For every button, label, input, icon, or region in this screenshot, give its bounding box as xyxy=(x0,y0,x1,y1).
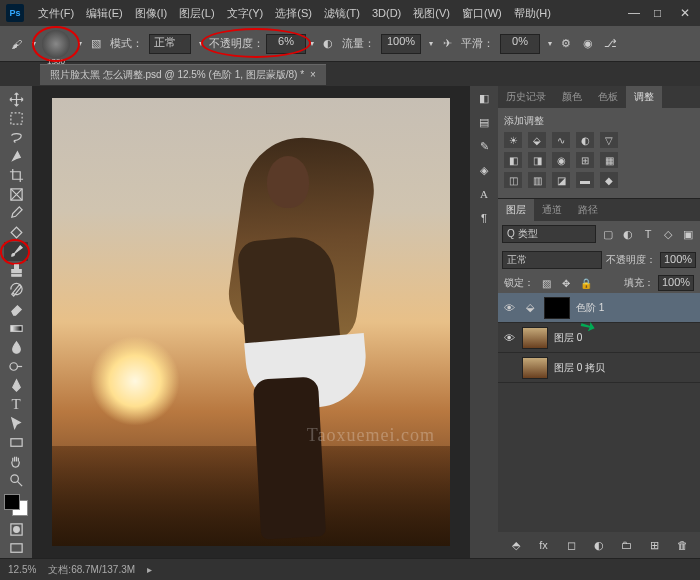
smooth-input[interactable]: 0% xyxy=(500,34,540,54)
panel-icon-type[interactable]: A xyxy=(476,186,492,202)
brush-tool[interactable] xyxy=(4,242,28,261)
quick-select-tool[interactable] xyxy=(4,147,28,166)
new-group-icon[interactable]: 🗀 xyxy=(619,537,635,553)
close-tab-icon[interactable]: × xyxy=(310,69,316,80)
adj-exposure-icon[interactable]: ◐ xyxy=(576,132,594,148)
window-close[interactable]: ✕ xyxy=(680,6,694,20)
adj-invert-icon[interactable]: ◫ xyxy=(504,172,522,188)
menu-filter[interactable]: 滤镜(T) xyxy=(318,6,366,21)
visibility-icon[interactable]: 👁 xyxy=(502,302,516,314)
window-minimize[interactable]: — xyxy=(628,6,642,20)
color-swatches[interactable] xyxy=(4,494,28,516)
adj-bw-icon[interactable]: ◨ xyxy=(528,152,546,168)
pressure-opacity-icon[interactable]: ◐ xyxy=(320,36,336,52)
panel-icon-4[interactable]: ◈ xyxy=(476,162,492,178)
pen-tool[interactable] xyxy=(4,376,28,395)
lock-position-icon[interactable]: ✥ xyxy=(558,275,574,291)
lasso-tool[interactable] xyxy=(4,128,28,147)
tool-preset-dropdown[interactable]: ▾ xyxy=(32,39,36,48)
filter-shape-icon[interactable]: ◇ xyxy=(660,226,676,242)
history-brush-tool[interactable] xyxy=(4,280,28,299)
layer-thumb[interactable] xyxy=(522,357,548,379)
pressure-size-icon[interactable]: ◉ xyxy=(580,36,596,52)
panel-icon-2[interactable]: ▤ xyxy=(476,114,492,130)
symmetry-icon[interactable]: ⎇ xyxy=(602,36,618,52)
filter-adj-icon[interactable]: ◐ xyxy=(620,226,636,242)
adj-vibrance-icon[interactable]: ▽ xyxy=(600,132,618,148)
menu-edit[interactable]: 编辑(E) xyxy=(80,6,129,21)
menu-3d[interactable]: 3D(D) xyxy=(366,7,407,19)
menu-view[interactable]: 视图(V) xyxy=(407,6,456,21)
crop-tool[interactable] xyxy=(4,166,28,185)
smooth-dropdown[interactable]: ▾ xyxy=(548,39,552,48)
menu-file[interactable]: 文件(F) xyxy=(32,6,80,21)
layer-row[interactable]: 图层 0 拷贝 xyxy=(498,353,700,383)
visibility-icon[interactable]: 👁 xyxy=(502,332,516,344)
layer-mask-thumb[interactable] xyxy=(544,297,570,319)
foreground-color-swatch[interactable] xyxy=(4,494,20,510)
panel-icon-3[interactable]: ✎ xyxy=(476,138,492,154)
panel-icon-paragraph[interactable]: ¶ xyxy=(476,210,492,226)
document-canvas[interactable]: Taoxuemei.com xyxy=(52,98,450,546)
doc-info[interactable]: 文档:68.7M/137.3M xyxy=(48,563,135,577)
adj-levels-icon[interactable]: ⬙ xyxy=(528,132,546,148)
layer-name[interactable]: 图层 0 xyxy=(554,331,582,345)
menu-type[interactable]: 文字(Y) xyxy=(221,6,270,21)
canvas-area[interactable]: Taoxuemei.com xyxy=(32,86,470,558)
tab-color[interactable]: 颜色 xyxy=(554,86,590,108)
filter-type-icon[interactable]: T xyxy=(640,226,656,242)
panel-icon-1[interactable]: ◧ xyxy=(476,90,492,106)
filter-smart-icon[interactable]: ▣ xyxy=(680,226,696,242)
chevron-down-icon[interactable]: ▾ xyxy=(199,39,203,48)
brush-picker-dropdown[interactable]: ▾ xyxy=(78,39,82,48)
layer-blend-select[interactable]: 正常 xyxy=(502,251,602,269)
filter-pixel-icon[interactable]: ▢ xyxy=(600,226,616,242)
adj-selective-color-icon[interactable]: ◆ xyxy=(600,172,618,188)
path-select-tool[interactable] xyxy=(4,414,28,433)
brush-preview[interactable] xyxy=(42,30,70,58)
tab-channels[interactable]: 通道 xyxy=(534,199,570,221)
layer-name[interactable]: 图层 0 拷贝 xyxy=(554,361,605,375)
link-layers-icon[interactable]: ⬘ xyxy=(508,537,524,553)
adj-gradient-map-icon[interactable]: ▬ xyxy=(576,172,594,188)
hand-tool[interactable] xyxy=(4,452,28,471)
window-maximize[interactable]: □ xyxy=(654,6,668,20)
layer-row[interactable]: 👁 图层 0 xyxy=(498,323,700,353)
layer-fill-input[interactable]: 100% xyxy=(658,275,694,291)
tab-layers[interactable]: 图层 xyxy=(498,199,534,221)
flow-input[interactable]: 100% xyxy=(381,34,421,54)
move-tool[interactable] xyxy=(4,90,28,109)
brush-settings-icon[interactable]: ▧ xyxy=(88,36,104,52)
adj-photo-filter-icon[interactable]: ◉ xyxy=(552,152,570,168)
gradient-tool[interactable] xyxy=(4,319,28,338)
tab-adjustments[interactable]: 调整 xyxy=(626,86,662,108)
opacity-dropdown[interactable]: ▾ xyxy=(310,39,314,48)
adj-curves-icon[interactable]: ∿ xyxy=(552,132,570,148)
layer-opacity-input[interactable]: 100% xyxy=(660,252,696,268)
adj-posterize-icon[interactable]: ▥ xyxy=(528,172,546,188)
eyedropper-tool[interactable] xyxy=(4,204,28,223)
delete-layer-icon[interactable]: 🗑 xyxy=(674,537,690,553)
type-tool[interactable]: T xyxy=(4,395,28,414)
adj-hue-icon[interactable]: ◧ xyxy=(504,152,522,168)
menu-select[interactable]: 选择(S) xyxy=(269,6,318,21)
menu-layer[interactable]: 图层(L) xyxy=(173,6,220,21)
layer-mask-icon[interactable]: ◻ xyxy=(563,537,579,553)
rectangle-tool[interactable] xyxy=(4,433,28,452)
marquee-tool[interactable] xyxy=(4,109,28,128)
adj-threshold-icon[interactable]: ◪ xyxy=(552,172,570,188)
layer-fx-icon[interactable]: fx xyxy=(536,537,552,553)
flow-dropdown[interactable]: ▾ xyxy=(429,39,433,48)
screen-mode-tool[interactable] xyxy=(4,539,28,558)
quick-mask-tool[interactable] xyxy=(4,520,28,539)
adj-color-lookup-icon[interactable]: ▦ xyxy=(600,152,618,168)
adj-channel-mixer-icon[interactable]: ⊞ xyxy=(576,152,594,168)
airbrush-icon[interactable]: ✈ xyxy=(439,36,455,52)
blur-tool[interactable] xyxy=(4,338,28,357)
menu-window[interactable]: 窗口(W) xyxy=(456,6,508,21)
zoom-tool[interactable] xyxy=(4,471,28,490)
layer-thumb[interactable] xyxy=(522,327,548,349)
layer-name[interactable]: 色阶 1 xyxy=(576,301,604,315)
dodge-tool[interactable] xyxy=(4,357,28,376)
smooth-settings-icon[interactable]: ⚙ xyxy=(558,36,574,52)
